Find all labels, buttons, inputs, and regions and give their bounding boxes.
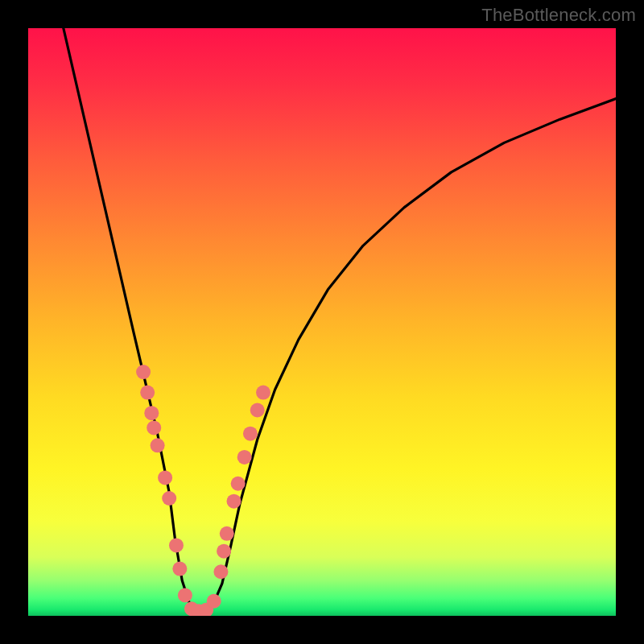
- data-marker: [217, 544, 231, 559]
- bottleneck-curve: [64, 28, 616, 610]
- data-marker: [140, 386, 155, 400]
- data-marker: [220, 526, 234, 541]
- data-marker: [147, 420, 161, 435]
- data-marker: [172, 562, 187, 576]
- chart-svg: [28, 28, 616, 616]
- data-marker: [162, 491, 176, 506]
- data-marker: [144, 406, 159, 420]
- data-marker: [178, 588, 192, 602]
- data-marker: [256, 386, 270, 400]
- plot-area: [28, 28, 616, 616]
- data-marker: [213, 564, 228, 579]
- data-markers: [136, 365, 270, 616]
- data-marker: [158, 470, 172, 485]
- data-marker: [136, 365, 151, 379]
- data-marker: [250, 403, 265, 418]
- data-marker: [169, 538, 184, 552]
- chart-container: TheBottleneck.com: [0, 0, 644, 644]
- data-marker: [207, 594, 221, 609]
- data-marker: [231, 477, 246, 491]
- data-marker: [151, 438, 165, 452]
- data-marker: [243, 427, 258, 441]
- data-marker: [237, 450, 252, 464]
- watermark-text: TheBottleneck.com: [481, 5, 636, 26]
- data-marker: [227, 494, 242, 509]
